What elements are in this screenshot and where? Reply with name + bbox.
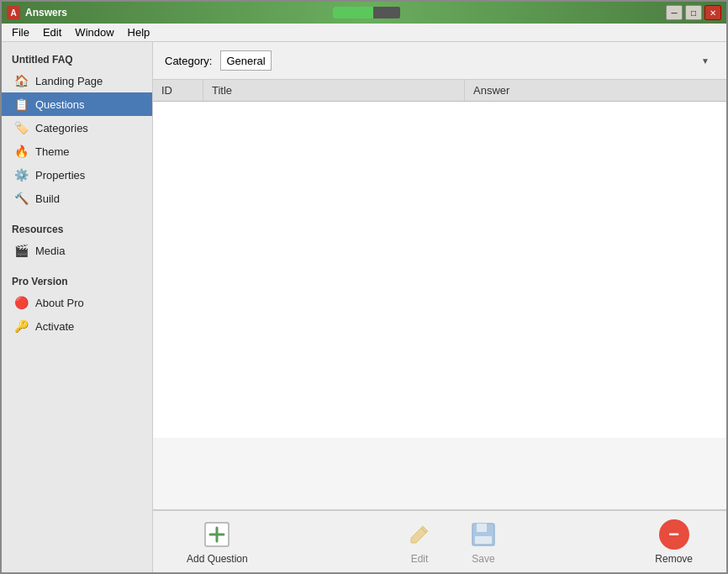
sidebar-item-activate[interactable]: 🔑 Activate (2, 314, 152, 338)
sidebar-item-questions[interactable]: 📋 Questions (2, 92, 152, 116)
main-panel: Category: General ID Title Answer (153, 42, 726, 572)
properties-icon: ⚙️ (13, 167, 29, 182)
sidebar-item-media[interactable]: 🎬 Media (2, 239, 152, 262)
sidebar: Untitled FAQ 🏠 Landing Page 📋 Questions … (2, 42, 153, 572)
add-question-label: Add Question (187, 553, 248, 565)
minimize-button[interactable]: ─ (666, 5, 683, 20)
categories-icon: 🏷️ (13, 120, 29, 135)
sidebar-item-theme-label: Theme (35, 145, 69, 158)
category-select-wrapper: General (220, 50, 715, 71)
questions-icon: 📋 (13, 97, 29, 112)
pro-version-label: Pro Version (2, 269, 152, 291)
remove-button[interactable]: − Remove (638, 513, 710, 571)
project-label: Untitled FAQ (2, 47, 152, 69)
sidebar-item-categories-label: Categories (35, 122, 88, 134)
app-icon: A (7, 6, 20, 19)
build-icon: 🔨 (13, 191, 29, 206)
title-center (333, 7, 400, 18)
about-pro-icon: 🔴 (13, 295, 29, 310)
sidebar-separator-2 (2, 262, 152, 269)
svg-rect-5 (477, 524, 487, 532)
sidebar-item-build-label: Build (35, 192, 60, 205)
table-area: ID Title Answer (153, 80, 726, 509)
main-window: A Answers ─ □ ✕ File Edit Window Help Un… (0, 0, 728, 574)
table-header: ID Title Answer (153, 80, 726, 102)
title-bar: A Answers ─ □ ✕ (2, 2, 726, 24)
title-bar-left: A Answers (7, 6, 67, 19)
media-icon: 🎬 (13, 243, 29, 258)
sidebar-item-theme[interactable]: 🔥 Theme (2, 140, 152, 163)
landing-page-icon: 🏠 (13, 73, 29, 88)
main-header: Category: General (153, 42, 726, 80)
svg-rect-6 (475, 536, 492, 544)
table-col-id: ID (153, 80, 203, 101)
sidebar-item-activate-label: Activate (35, 320, 74, 333)
maximize-button[interactable]: □ (685, 5, 702, 20)
menu-bar: File Edit Window Help (2, 24, 726, 42)
sidebar-item-landing-page-label: Landing Page (35, 75, 103, 87)
table-col-answer: Answer (465, 80, 726, 101)
save-label: Save (472, 553, 494, 565)
category-label: Category: (165, 55, 212, 67)
sidebar-item-media-label: Media (35, 245, 65, 257)
sidebar-item-categories[interactable]: 🏷️ Categories (2, 116, 152, 140)
menu-window[interactable]: Window (68, 24, 120, 40)
sidebar-item-about-pro[interactable]: 🔴 About Pro (2, 291, 152, 314)
sidebar-separator-1 (2, 210, 152, 217)
sidebar-item-build[interactable]: 🔨 Build (2, 187, 152, 210)
menu-file[interactable]: File (5, 24, 36, 40)
add-question-icon (202, 519, 232, 550)
progress-bar (333, 7, 400, 18)
resources-label: Resources (2, 217, 152, 239)
menu-edit[interactable]: Edit (36, 24, 68, 40)
content-area: Untitled FAQ 🏠 Landing Page 📋 Questions … (2, 42, 726, 572)
category-select[interactable]: General (220, 50, 272, 71)
remove-icon: − (659, 519, 689, 550)
sidebar-item-landing-page[interactable]: 🏠 Landing Page (2, 69, 152, 92)
bottom-toolbar: Add Question Edit (153, 509, 726, 572)
save-icon (468, 519, 499, 550)
sidebar-item-about-pro-label: About Pro (35, 297, 84, 309)
edit-button[interactable]: Edit (388, 513, 451, 571)
table-col-title: Title (203, 80, 465, 101)
edit-label: Edit (411, 553, 429, 565)
activate-icon: 🔑 (13, 319, 29, 334)
menu-help[interactable]: Help (121, 24, 157, 40)
sidebar-item-properties[interactable]: ⚙️ Properties (2, 163, 152, 187)
theme-icon: 🔥 (13, 144, 29, 159)
close-button[interactable]: ✕ (704, 5, 721, 20)
window-controls: ─ □ ✕ (666, 5, 721, 20)
window-title: Answers (25, 7, 67, 18)
sidebar-item-questions-label: Questions (35, 98, 85, 111)
table-body (153, 102, 726, 438)
edit-icon (404, 519, 435, 550)
progress-fill (333, 7, 373, 18)
remove-label: Remove (655, 553, 693, 565)
sidebar-item-properties-label: Properties (35, 169, 85, 182)
save-button[interactable]: Save (451, 513, 515, 571)
add-question-button[interactable]: Add Question (170, 513, 265, 571)
